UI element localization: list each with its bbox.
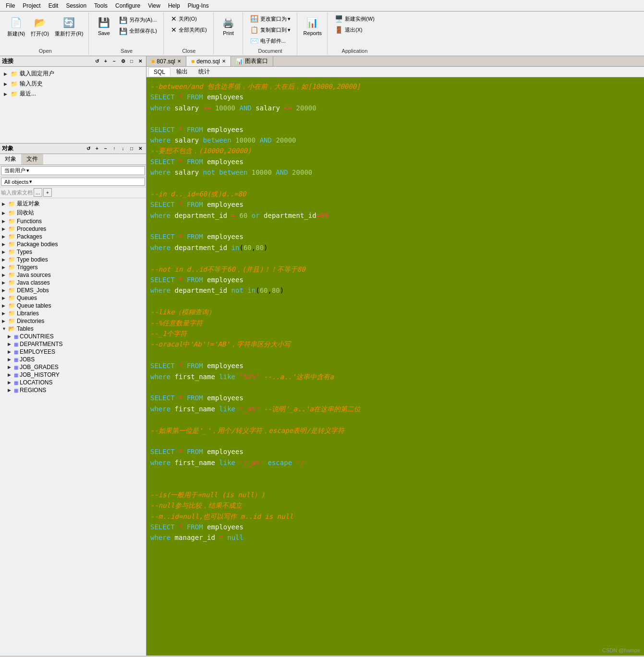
tree-item-packages[interactable]: ▶ 📁 Packages — [1, 233, 145, 240]
tree-item-job-grades[interactable]: ▶ ▦ JOB_GRADES — [1, 363, 145, 371]
conn-item-recent[interactable]: ▶ 📁 最近... — [2, 89, 144, 99]
folder-icon-history: 📁 — [11, 81, 18, 87]
conn-item-fixed-label: 载入固定用户 — [20, 70, 54, 78]
obj-panel: 对象 ↺ + − ↑ ↓ □ ✕ 对象 文件 当前用户 — [0, 143, 146, 656]
obj-header: 对象 ↺ + − ↑ ↓ □ ✕ — [0, 143, 146, 154]
tree-item-countries[interactable]: ▶ ▦ COUNTRIES — [1, 333, 145, 340]
saveall-button[interactable]: 💾 全部保存(L) — [116, 26, 160, 36]
reload-button[interactable]: 🔄 重新打开(R) — [52, 13, 85, 39]
exit-button[interactable]: 🚪 退出(X) — [331, 24, 378, 35]
tree-item-triggers[interactable]: ▶ 📁 Triggers — [1, 263, 145, 271]
all-objects-dropdown[interactable]: All objects ▾ — [1, 178, 145, 186]
tree-item-departments[interactable]: ▶ ▦ DEPARTMENTS — [1, 340, 145, 348]
subtab-sql[interactable]: SQL — [148, 67, 170, 76]
search-button-extra1[interactable]: … — [34, 188, 42, 197]
tree-item-functions[interactable]: ▶ 📁 Functions — [1, 217, 145, 225]
chart-tab-icon: 📊 — [236, 58, 243, 65]
menu-view[interactable]: View — [144, 1, 164, 11]
modifywin-button[interactable]: 🪟 更改窗口为 ▾ — [247, 13, 294, 24]
tree-item-java-sources[interactable]: ▶ 📁 Java sources — [1, 271, 145, 279]
tree-item-package-bodies[interactable]: ▶ 📁 Package bodies — [1, 240, 145, 248]
tab-807sql[interactable]: ■ 807.sql ✕ — [146, 56, 186, 66]
obj-tool-pin[interactable]: □ — [128, 145, 135, 153]
obj-tool-add[interactable]: + — [93, 145, 101, 153]
tree-item-jobs[interactable]: ▶ ▦ JOBS — [1, 356, 145, 363]
app-extras: 🖥️ 新建实例(W) 🚪 退出(X) — [331, 13, 378, 35]
saveas-button[interactable]: 💾 另存为(A)... — [116, 15, 160, 25]
menu-session[interactable]: Session — [62, 1, 90, 11]
print-button[interactable]: 🖨️ Print — [218, 13, 240, 37]
tab-demo-close[interactable]: ✕ — [222, 59, 226, 64]
tab-objects[interactable]: 对象 — [0, 154, 22, 165]
close-icon: ✕ — [171, 15, 177, 23]
tree-item-recycle[interactable]: ▶ 📁 回收站 — [1, 208, 145, 217]
conn-tool-pin[interactable]: □ — [128, 58, 135, 65]
conn-tool-config[interactable]: ⚙ — [119, 58, 127, 65]
saveas-label: 另存为(A)... — [129, 16, 157, 24]
conn-tool-refresh[interactable]: ↺ — [93, 58, 101, 65]
menu-tools[interactable]: Tools — [90, 1, 111, 11]
save-button[interactable]: 💾 Save — [93, 13, 115, 37]
tree-item-types[interactable]: ▶ 📁 Types — [1, 248, 145, 256]
tree-item-java-classes[interactable]: ▶ 📁 Java classes — [1, 279, 145, 287]
menu-plugins[interactable]: Plug-Ins — [184, 1, 213, 11]
tree-item-queue-tables[interactable]: ▶ 📁 Queue tables — [1, 302, 145, 310]
conn-tool-close[interactable]: ✕ — [136, 58, 144, 65]
conn-tool-add[interactable]: + — [102, 58, 109, 65]
closeall-button[interactable]: ✕ 全部关闭(E) — [168, 24, 210, 35]
tree-item-tables[interactable]: ▼ 📂 Tables — [1, 325, 145, 333]
new-button[interactable]: 📄 新建(N) — [5, 13, 27, 39]
folder-icon-fixed: 📁 — [11, 71, 18, 77]
menu-configure[interactable]: Configure — [111, 1, 144, 11]
obj-tool-up[interactable]: ↑ — [110, 145, 118, 153]
exit-icon: 🚪 — [335, 26, 343, 34]
open-button[interactable]: 📂 打开(O) — [28, 13, 51, 39]
obj-tool-close[interactable]: ✕ — [136, 145, 144, 153]
tree-item-recent[interactable]: ▶ 📁 最近对象 — [1, 199, 145, 208]
close-group-label: Close — [182, 47, 195, 54]
obj-tool-remove[interactable]: − — [102, 145, 109, 153]
tree-item-locations[interactable]: ▶ ▦ LOCATIONS — [1, 379, 145, 386]
search-button-extra2[interactable]: + — [43, 188, 52, 197]
editor-tab-bar: ■ 807.sql ✕ ■ demo.sql ✕ 📊 图表窗口 — [146, 56, 644, 67]
tree-item-type-bodies[interactable]: ▶ 📁 Type bodies — [1, 256, 145, 263]
tree-item-procedures[interactable]: ▶ 📁 Procedures — [1, 225, 145, 233]
tab-demosql[interactable]: ■ demo.sql ✕ — [186, 56, 231, 66]
open-group-label: Open — [39, 47, 52, 54]
tree-item-employees[interactable]: ▶ ▦ EMPLOYEES — [1, 348, 145, 356]
obj-tool-refresh[interactable]: ↺ — [85, 145, 92, 153]
reload-icon: 🔄 — [61, 15, 77, 30]
tree-item-dems-jobs[interactable]: ▶ 📁 DEMS_Jobs — [1, 287, 145, 294]
menu-help[interactable]: Help — [164, 1, 184, 11]
tab-files[interactable]: 文件 — [22, 154, 43, 165]
tab-demo-label: demo.sql — [196, 58, 220, 65]
tree-item-queues[interactable]: ▶ 📁 Queues — [1, 294, 145, 302]
exit-label: 退出(X) — [345, 26, 363, 34]
copywin-button[interactable]: 📋 复制窗口到 ▾ — [247, 24, 294, 35]
email-button[interactable]: ✉️ 电子邮件... — [247, 36, 294, 46]
comment-like4: --oracal中'Ab'!='AB'，字符串区分大小写 — [150, 339, 640, 349]
current-user-dropdown[interactable]: 当前用户 ▾ — [1, 166, 145, 175]
tab-chart[interactable]: 📊 图表窗口 — [231, 56, 273, 66]
conn-item-history[interactable]: ▶ 📁 输入历史 — [2, 79, 144, 89]
menu-project[interactable]: Project — [19, 1, 44, 11]
editor-area[interactable]: --between/and 包含边界值，小在前，大在后，如[10000,2000… — [146, 77, 644, 656]
reports-button[interactable]: 📊 Reports — [301, 13, 325, 37]
menu-file[interactable]: File — [2, 1, 19, 11]
conn-tool-remove[interactable]: − — [110, 58, 118, 65]
tab-807-close[interactable]: ✕ — [177, 59, 181, 64]
close-button[interactable]: ✕ 关闭(O) — [168, 13, 210, 24]
tree-item-libraries[interactable]: ▶ 📁 Libraries — [1, 310, 145, 317]
menu-edit[interactable]: Edit — [45, 1, 62, 11]
tree-item-directories[interactable]: ▶ 📁 Directories — [1, 317, 145, 325]
newinstance-button[interactable]: 🖥️ 新建实例(W) — [331, 13, 378, 24]
subtab-output[interactable]: 输出 — [171, 67, 193, 77]
subtab-stats[interactable]: 统计 — [194, 67, 215, 77]
tree-item-regions[interactable]: ▶ ▦ REGIONS — [1, 386, 145, 394]
comment-is-null1: --is(一般用于=null (is null）) — [150, 490, 640, 500]
expand-arrow-history: ▶ — [4, 82, 9, 86]
conn-item-fixed[interactable]: ▶ 📁 载入固定用户 — [2, 69, 144, 79]
obj-tool-down[interactable]: ↓ — [119, 145, 127, 153]
tree-item-job-history[interactable]: ▶ ▦ JOB_HISTORY — [1, 371, 145, 379]
new-icon: 📄 — [9, 15, 24, 30]
